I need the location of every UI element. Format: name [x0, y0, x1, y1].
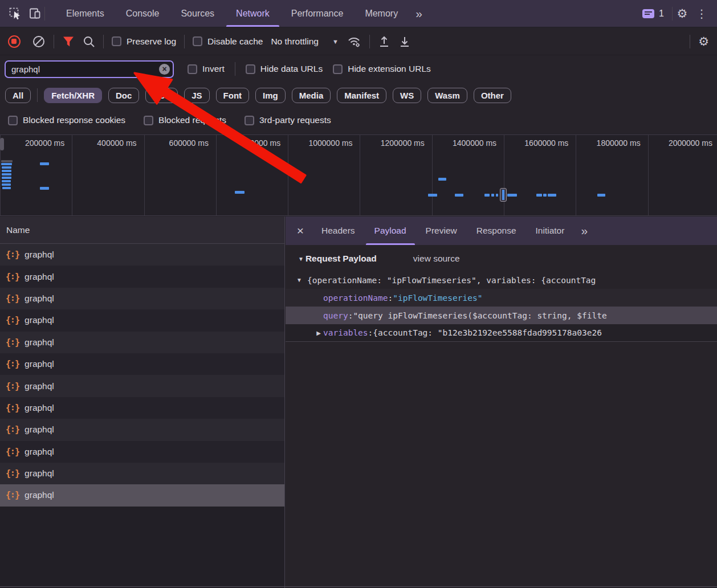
request-row[interactable]: {∶}graphql [0, 441, 284, 463]
filter-chip-img[interactable]: Img [255, 88, 286, 103]
filter-chip-manifest[interactable]: Manifest [337, 88, 386, 103]
payload-row-query[interactable]: query: "query ipFlowTimeseries($accountT… [286, 307, 717, 324]
detail-tab-preview[interactable]: Preview [416, 217, 467, 245]
preserve-log-checkbox[interactable]: Preserve log [112, 36, 176, 47]
filter-chip-other[interactable]: Other [474, 88, 511, 103]
json-value: "ipFlowTimeseries" [393, 293, 482, 303]
detail-tab-payload[interactable]: Payload [365, 217, 416, 245]
blocked-response-cookies-checkbox[interactable]: Blocked response cookies [8, 115, 125, 125]
request-row[interactable]: {∶}graphql [0, 288, 284, 309]
request-name: graphql [25, 381, 54, 391]
inspect-element-icon[interactable] [6, 4, 25, 23]
timeline-activity-bar [2, 170, 11, 172]
filter-chip-media[interactable]: Media [292, 88, 331, 103]
settings-gear-icon[interactable]: ⚙ [673, 4, 692, 23]
filter-chip-font[interactable]: Font [216, 88, 249, 103]
invert-checkbox[interactable]: Invert [188, 64, 225, 74]
request-name: graphql [25, 250, 54, 260]
timeline-activity-bar [2, 183, 11, 186]
detail-tabs: HeadersPayloadPreviewResponseInitiator [312, 217, 574, 245]
timeline-activity-bar [2, 166, 11, 169]
detail-tab-initiator[interactable]: Initiator [526, 217, 575, 245]
request-row[interactable]: {∶}graphql [0, 244, 284, 266]
filter-chip-doc[interactable]: Doc [108, 88, 139, 103]
checkbox-box [144, 116, 153, 125]
checkbox-box [8, 116, 18, 125]
collapse-section-icon[interactable]: ▼ [298, 256, 304, 262]
detail-tab-response[interactable]: Response [467, 217, 526, 245]
request-name: graphql [25, 293, 54, 304]
clear-filter-icon[interactable]: × [159, 64, 170, 75]
filter-chip-fetch-xhr[interactable]: Fetch/XHR [44, 88, 102, 103]
request-row[interactable]: {∶}graphql [0, 419, 284, 440]
tab-memory[interactable]: Memory [354, 0, 409, 27]
request-row[interactable]: {∶}graphql [0, 375, 284, 397]
timeline-activity-bar [484, 194, 490, 197]
hide-data-urls-label: Hide data URLs [260, 64, 323, 74]
filter-icon[interactable] [62, 36, 75, 47]
timeline-activity-bar [2, 180, 11, 182]
export-har-icon[interactable] [398, 35, 411, 48]
hide-extension-urls-checkbox[interactable]: Hide extension URLs [333, 64, 431, 74]
view-source-link[interactable]: view source [413, 254, 460, 264]
filter-input[interactable] [5, 60, 174, 78]
timeline-activity-bar [496, 194, 498, 197]
request-row[interactable]: {∶}graphql [0, 397, 284, 419]
more-options-icon[interactable]: ⋮ [692, 4, 711, 23]
expand-closed-icon[interactable]: ▶ [314, 330, 323, 336]
tab-console[interactable]: Console [115, 0, 170, 27]
throttling-dropdown[interactable]: No throttling ▼ [271, 36, 338, 47]
request-name: graphql [25, 468, 54, 479]
payload-row-variables[interactable]: ▶ variables: {accountTag: "b12e3b2192ee5… [286, 324, 717, 342]
timeline-activity-bar [2, 177, 11, 179]
payload-row-operation-name[interactable]: operationName: "ipFlowTimeseries" [286, 289, 717, 307]
json-braces-icon: {∶} [6, 337, 19, 348]
hide-data-urls-checkbox[interactable]: Hide data URLs [246, 64, 323, 74]
blocked-requests-checkbox[interactable]: Blocked requests [144, 115, 226, 125]
device-toolbar-icon[interactable] [25, 4, 44, 23]
name-column-header[interactable]: Name [0, 217, 284, 244]
tab-elements[interactable]: Elements [55, 0, 115, 27]
request-row[interactable]: {∶}graphql [0, 353, 284, 375]
divider [54, 35, 54, 48]
more-detail-tabs-button[interactable]: » [574, 224, 594, 238]
request-row[interactable]: {∶}graphql [0, 463, 284, 484]
expand-open-icon[interactable]: ▼ [295, 277, 304, 283]
clear-network-log-button[interactable] [32, 35, 46, 48]
tab-network[interactable]: Network [225, 0, 280, 27]
json-key: operationName [323, 293, 388, 303]
filter-chip-ws[interactable]: WS [393, 88, 421, 103]
payload-root-node[interactable]: ▼ {operationName: "ipFlowTimeseries", va… [286, 271, 717, 289]
filter-chip-all[interactable]: All [5, 88, 31, 103]
timeline-activity-bar [1, 160, 13, 162]
request-row[interactable]: {∶}graphql [0, 484, 284, 506]
issues-counter[interactable]: 1 [642, 9, 664, 19]
more-tabs-button[interactable]: » [409, 7, 429, 21]
timeline-activity-bar [597, 194, 605, 197]
filter-chip-css[interactable]: CSS [145, 88, 178, 103]
third-party-requests-checkbox[interactable]: 3rd-party requests [245, 115, 331, 125]
timeline-selected-request-marker [500, 188, 507, 202]
tab-performance[interactable]: Performance [280, 0, 355, 27]
json-braces-icon: {∶} [6, 381, 19, 391]
network-settings-gear-icon[interactable]: ⚙ [698, 35, 709, 48]
network-conditions-icon[interactable] [347, 35, 361, 48]
request-row[interactable]: {∶}graphql [0, 309, 284, 331]
close-detail-icon[interactable]: × [289, 224, 312, 238]
divider [103, 35, 104, 48]
request-row[interactable]: {∶}graphql [0, 266, 284, 287]
import-har-icon[interactable] [378, 35, 390, 48]
timeline-activity-bar [543, 194, 547, 197]
network-filter-bar: × Invert Hide data URLs Hide extension U… [0, 55, 717, 83]
payload-preview-text: {operationName: "ipFlowTimeseries", vari… [307, 276, 596, 285]
tab-sources[interactable]: Sources [170, 0, 225, 27]
detail-tab-headers[interactable]: Headers [312, 217, 365, 245]
request-row[interactable]: {∶}graphql [0, 332, 284, 353]
checkbox-box [193, 36, 202, 46]
record-network-log-button[interactable] [8, 35, 21, 48]
disable-cache-checkbox[interactable]: Disable cache [193, 36, 263, 47]
filter-chip-js[interactable]: JS [184, 88, 209, 103]
network-overview-timeline[interactable]: 200000 ms400000 ms600000 ms800000 ms1000… [0, 134, 717, 216]
search-icon[interactable] [83, 35, 95, 48]
filter-chip-wasm[interactable]: Wasm [427, 88, 467, 103]
